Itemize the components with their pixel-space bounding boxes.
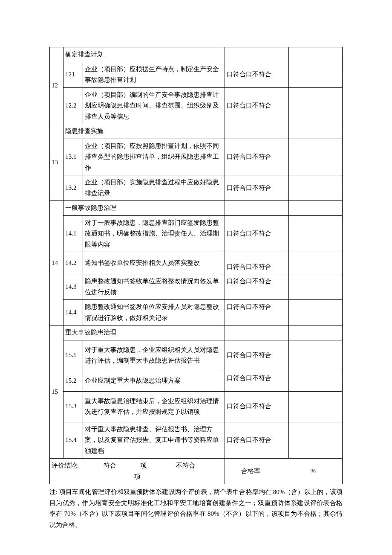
conclusion-right-cell: 合格率 %: [225, 459, 343, 484]
table-row: 12.2 企业（项目部）编制的生产安全事故隐患排查计划应明确隐患排查时间、排查范…: [50, 87, 343, 124]
remark-cell: [288, 422, 342, 459]
footnote: 注: 项目车间化管理评价和双重预防体系建设两个评价表，两个表中合格率均在 80%…: [49, 487, 343, 530]
section-header: 重大事故隐患治理: [63, 325, 225, 340]
compliance-cell: 口符合口不符合: [225, 422, 288, 459]
remark-cell: [288, 62, 342, 87]
sub-number: 13.2: [63, 175, 83, 201]
compliance-cell: 口符合口不符合: [225, 391, 288, 422]
conclusion-prefix: 评价结论:: [52, 462, 79, 469]
remark-cell: [288, 87, 342, 124]
compliance-cell: 口符合口不符合: [225, 87, 288, 124]
compliance-cell: 口符合口不符合: [225, 274, 288, 300]
evaluation-table: 12 确定排查计划 121 企业（项目部）应根据生产特点，制定生产安全事故隐患排…: [49, 47, 343, 484]
table-row: 15.4 对于重大事故隐患排查、评估报告书、治理方案，以及复查评估报告、复工申请…: [50, 422, 343, 459]
compliance-cell: 口符合口不符合: [225, 62, 288, 87]
sub-number: 121: [63, 62, 83, 87]
table-row: 13.1 企业（项目部）应按照隐患排查计划，依照不同排查类型的隐患排查清单，组织…: [50, 139, 343, 175]
section-header-row: 12 确定排查计划: [50, 47, 343, 62]
description: 企业（项目部）应根据生产特点，制定生产安全事故隐患排查计划: [83, 62, 225, 87]
section-header: 一般事故隐患治理: [63, 201, 225, 216]
compliance-cell: 口符合口不符合: [225, 215, 288, 252]
table-row: 15.2 企业应制定重大事故隐患治理方案 口符合口不符合: [50, 371, 343, 391]
description: 企业（项目部）应按照隐患排查计划，依照不同排查类型的隐患排查清单，组织开展隐患排…: [83, 139, 225, 175]
remark-cell: [288, 175, 342, 201]
sub-number: 14.3: [63, 274, 83, 300]
section-header-row: 15 重大事故隐患治理: [50, 325, 343, 340]
description: 对于重大事故隐患排查、评估报告书、治理方案，以及复查评估报告、复工申请书等资料应…: [83, 422, 225, 459]
conclusion-item-label-2: 项: [134, 473, 141, 480]
table-row: 15.3 重大事故隐患治理结束后，企业应组织对治理情况进行复查评估，并应按照规定…: [50, 391, 343, 422]
table-row: 13.2 企业（项目部）实施隐患排查过程中应做好隐患排查记录 口符合口不符合: [50, 175, 343, 201]
description: 隐患整改通知书签收单位应将整改情况向签发单位进行反馈: [83, 274, 225, 300]
section-header-row: 14 一般事故隐患治理: [50, 201, 343, 216]
table-row: 121 企业（项目部）应根据生产特点，制定生产安全事故隐患排查计划 口符合口不符…: [50, 62, 343, 87]
description: 对于一般事故隐患，隐患排查部门应签发隐患整改通知书，明确整改措施、治理责任人、治…: [83, 215, 225, 252]
remark-cell: [288, 139, 342, 175]
sub-number: 14.4: [63, 300, 83, 325]
sub-number: 13.1: [63, 139, 83, 175]
description: 企业（项目部）实施隐患排查过程中应做好隐患排查记录: [83, 175, 225, 201]
description: 重大事故隐患治理结束后，企业应组织对治理情况进行复查评估，并应按照规定予以销项: [83, 391, 225, 422]
percent-sign: %: [311, 468, 316, 474]
group-number: 13: [50, 124, 63, 201]
description: 企业应制定重大事故隐患治理方案: [83, 371, 225, 391]
sub-number: 15.2: [63, 371, 83, 391]
remark-cell: [288, 325, 342, 340]
table-row: 14.2 通知书签收单位应安排相关人员落实整改 口符合口不符合: [50, 252, 343, 274]
remark-cell: [288, 215, 342, 252]
compliance-cell: 口符合口不符合: [225, 371, 288, 391]
group-number: 12: [50, 47, 63, 124]
remark-cell: [288, 252, 342, 274]
sub-number: 15.1: [63, 340, 83, 371]
sub-number: 15.3: [63, 391, 83, 422]
remark-cell: [288, 391, 342, 422]
remark-cell: [288, 371, 342, 391]
section-header: 隐患排查实施: [63, 124, 225, 139]
description: 通知书签收单位应安排相关人员落实整改: [83, 252, 225, 274]
section-header-row: 13 隐患排查实施: [50, 124, 343, 139]
table-row: 15.1 对于重大事故隐患，企业应组织相关人员对隐患进行评估，编制重大事故隐患评…: [50, 340, 343, 371]
compliance-cell: 口符合口不符合: [225, 252, 288, 274]
table-row: 14.4 隐患整改通知书签发单位应安排人员对隐患整改情况进行验收，做好相关记录 …: [50, 300, 343, 325]
compliance-cell: 口符合口不符合: [225, 175, 288, 201]
rate-label: 合格率: [241, 468, 260, 474]
description: 企业（项目部）编制的生产安全事故隐患排查计划应明确隐患排查时间、排查范围、组织级…: [83, 87, 225, 124]
remark-cell: [288, 340, 342, 371]
section-header: 确定排查计划: [63, 47, 225, 62]
conclusion-left-cell: 评价结论: 符合 项 不符合 项: [50, 459, 225, 484]
table-row: 14.1 对于一般事故隐患，隐患排查部门应签发隐患整改通知书，明确整改措施、治理…: [50, 215, 343, 252]
sub-number: 15.4: [63, 422, 83, 459]
compliance-cell: [225, 47, 288, 62]
description: 隐患整改通知书签发单位应安排人员对隐患整改情况进行验收，做好相关记录: [83, 300, 225, 325]
remark-cell: [288, 124, 342, 139]
compliance-cell: 口符合口不符合: [225, 340, 288, 371]
compliance-cell: 口符合口不符合: [225, 139, 288, 175]
compliance-cell: [225, 201, 288, 216]
compliance-cell: [225, 124, 288, 139]
remark-cell: [288, 201, 342, 216]
conclusion-noncompliant-label: 不符合: [176, 462, 195, 469]
remark-cell: [288, 274, 342, 300]
table-row: 14.3 隐患整改通知书签收单位应将整改情况向签发单位进行反馈 口符合口不符合: [50, 274, 343, 300]
sub-number: 12.2: [63, 87, 83, 124]
sub-number: 14.1: [63, 215, 83, 252]
remark-cell: [288, 300, 342, 325]
compliance-cell: [225, 325, 288, 340]
compliance-cell: 口符合口不符合: [225, 300, 288, 325]
conclusion-row: 评价结论: 符合 项 不符合 项 合格率 %: [50, 459, 343, 484]
group-number: 14: [50, 201, 63, 325]
group-number: 15: [50, 325, 63, 459]
sub-number: 14.2: [63, 252, 83, 274]
description: 对于重大事故隐患，企业应组织相关人员对隐患进行评估，编制重大事故隐患评估报告书: [83, 340, 225, 371]
conclusion-item-label-1: 项: [141, 462, 147, 469]
conclusion-compliant-label: 符合: [104, 462, 116, 469]
remark-cell: [288, 47, 342, 62]
